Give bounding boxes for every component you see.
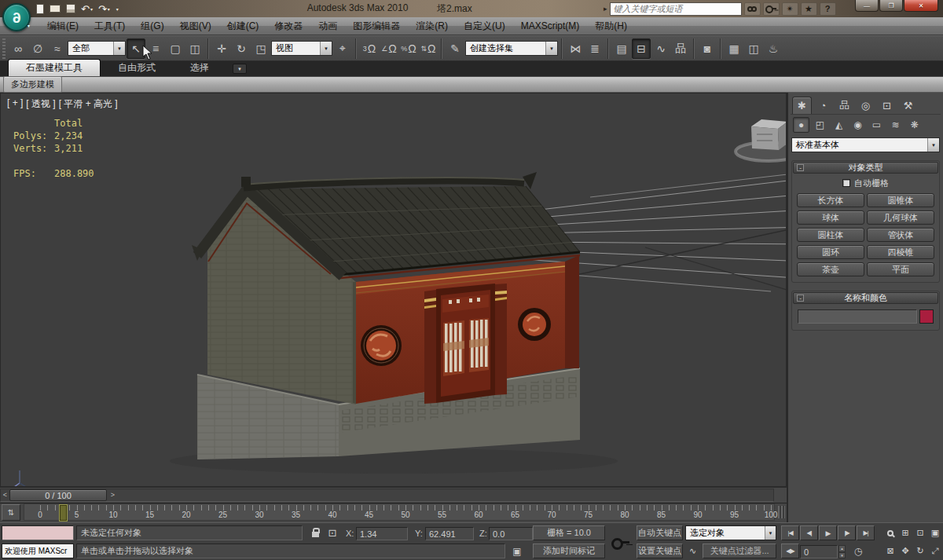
- category-lights[interactable]: ◭: [831, 117, 847, 133]
- zoom-button[interactable]: [883, 525, 897, 540]
- track-bar-end-grip[interactable]: [778, 506, 785, 518]
- menu-edit[interactable]: 编辑(E): [39, 17, 86, 35]
- z-coordinate-field[interactable]: [489, 527, 533, 540]
- redo-button[interactable]: ↷▾: [98, 2, 110, 15]
- primitive-category-dropdown[interactable]: 标准基本体 ▼: [791, 137, 940, 152]
- dropdown-arrow-icon[interactable]: ▼: [545, 42, 557, 55]
- tab-graphite-modeling-tools[interactable]: 石墨建模工具: [8, 59, 101, 76]
- selection-filter-dropdown[interactable]: 全部▼: [68, 41, 126, 56]
- favorites-button[interactable]: ★: [801, 2, 817, 16]
- cone-button[interactable]: 圆锥体: [867, 193, 934, 207]
- spinner-snap-button[interactable]: ⇅Ω: [419, 38, 438, 59]
- align-button[interactable]: ≣: [585, 38, 604, 59]
- orbit-button[interactable]: ↻: [913, 544, 927, 558]
- spin-down-icon[interactable]: ▾: [838, 552, 846, 559]
- zoom-region-button[interactable]: ⊠: [883, 544, 897, 558]
- default-in-out-tangents-button[interactable]: ∿: [685, 544, 700, 558]
- tab-modify[interactable]: ◔: [813, 97, 833, 114]
- minimize-button[interactable]: —: [855, 0, 879, 12]
- material-editor-button[interactable]: ◙: [698, 38, 717, 59]
- close-button[interactable]: ✕: [904, 0, 938, 12]
- geosphere-button[interactable]: 几何球体: [867, 210, 934, 225]
- isolate-cube-button[interactable]: ▣: [509, 544, 525, 558]
- menu-maxscript[interactable]: MAXScript(M): [513, 18, 588, 34]
- save-file-button[interactable]: [66, 2, 75, 15]
- frame-spinner[interactable]: ▴▾: [838, 545, 846, 558]
- spin-up-icon[interactable]: ▴: [838, 545, 846, 552]
- menu-animation[interactable]: 动画: [310, 17, 345, 35]
- render-setup-button[interactable]: ▦: [725, 38, 743, 59]
- tube-button[interactable]: 管状体: [867, 228, 934, 242]
- application-menu-button[interactable]: 6▾: [2, 3, 31, 31]
- menu-graph-editors[interactable]: 图形编辑器: [345, 17, 408, 35]
- new-file-button[interactable]: [36, 2, 44, 15]
- bind-spacewarp-button[interactable]: ≈: [48, 38, 67, 59]
- sphere-button[interactable]: 球体: [797, 210, 864, 225]
- time-configuration-button[interactable]: ◷: [850, 544, 866, 558]
- menu-views[interactable]: 视图(V): [172, 17, 219, 35]
- menu-rendering[interactable]: 渲染(R): [408, 17, 456, 35]
- set-key-button[interactable]: 设置关键点: [637, 544, 683, 558]
- tab-utilities[interactable]: ⚒: [898, 97, 918, 114]
- collapse-icon[interactable]: -: [797, 164, 804, 171]
- perspective-viewport[interactable]: [ + ] [ 透视 ] [ 平滑 + 高光 ] Total Polys:2,2…: [0, 93, 787, 487]
- key-selection-dropdown[interactable]: 选定对象▼: [685, 525, 776, 540]
- angle-snap-button[interactable]: ∠Ω: [380, 38, 398, 59]
- x-coordinate-field[interactable]: [356, 527, 408, 540]
- cylinder-button[interactable]: 圆柱体: [797, 228, 864, 242]
- edit-named-selections-button[interactable]: ✎: [446, 38, 464, 59]
- tab-selection[interactable]: 选择: [173, 60, 226, 76]
- dropdown-arrow-icon[interactable]: ▼: [113, 42, 125, 55]
- search-input[interactable]: [610, 2, 742, 16]
- box-button[interactable]: 长方体: [797, 193, 864, 207]
- menu-tools[interactable]: 工具(T): [86, 17, 133, 35]
- set-keys-button[interactable]: [608, 525, 633, 558]
- play-button[interactable]: ▶: [819, 525, 837, 540]
- category-systems[interactable]: ❋: [906, 117, 923, 133]
- qat-overflow-button[interactable]: ▾: [116, 2, 119, 15]
- communication-center-button[interactable]: ✴: [782, 2, 798, 16]
- dropdown-arrow-icon[interactable]: ▼: [927, 138, 939, 152]
- snap-toggle-button[interactable]: 3Ω: [360, 38, 379, 59]
- open-file-button[interactable]: [50, 2, 61, 15]
- maxscript-mini-listener-pink[interactable]: [2, 525, 74, 540]
- object-color-swatch[interactable]: [919, 309, 934, 324]
- percent-snap-button[interactable]: %Ω: [399, 38, 418, 59]
- tab-motion[interactable]: ◎: [856, 97, 875, 114]
- maxscript-mini-listener-white[interactable]: 欢迎使用 MAXScr: [2, 544, 74, 558]
- menu-group[interactable]: 组(G): [133, 17, 171, 35]
- selection-lock-toggle[interactable]: [308, 525, 322, 540]
- key-filters-button[interactable]: 关键点过滤器...: [703, 544, 776, 558]
- subscription-button[interactable]: [763, 2, 780, 16]
- schematic-view-button[interactable]: 品: [671, 38, 690, 59]
- object-type-header[interactable]: - 对象类型: [793, 162, 938, 174]
- current-frame-field[interactable]: [800, 545, 838, 558]
- name-color-header[interactable]: - 名称和颜色: [793, 292, 938, 304]
- select-link-button[interactable]: ∞: [9, 38, 28, 59]
- category-geometry[interactable]: ●: [793, 117, 809, 133]
- maximize-button[interactable]: ❐: [879, 0, 903, 12]
- zoom-extents-button[interactable]: ⊡: [913, 525, 927, 540]
- category-spacewarps[interactable]: ≋: [887, 117, 904, 133]
- next-frame-arrow[interactable]: >: [108, 489, 117, 501]
- mirror-button[interactable]: ⋈: [566, 38, 585, 59]
- go-to-start-button[interactable]: |◀: [781, 525, 799, 540]
- teapot-button[interactable]: 茶壶: [797, 262, 864, 276]
- collapse-icon[interactable]: -: [797, 295, 804, 302]
- viewcube[interactable]: [736, 119, 787, 161]
- autogrid-checkbox[interactable]: [842, 179, 850, 187]
- select-rotate-button[interactable]: ↻: [232, 38, 251, 59]
- menu-customize[interactable]: 自定义(U): [456, 17, 513, 35]
- dropdown-arrow-icon[interactable]: ▼: [320, 42, 332, 55]
- absolute-offset-toggle[interactable]: ⊡: [325, 525, 340, 540]
- infocenter-collapse-icon[interactable]: ▸: [604, 5, 607, 13]
- viewport-pov-menu[interactable]: [ 透视 ]: [26, 97, 55, 111]
- viewport-shading-menu[interactable]: [ 平滑 + 高光 ]: [59, 97, 118, 111]
- scene-3d[interactable]: [1, 93, 787, 487]
- plane-button[interactable]: 平面: [867, 262, 934, 276]
- curve-editor-button[interactable]: ∿: [651, 38, 670, 59]
- dropdown-arrow-icon[interactable]: ▼: [765, 526, 776, 540]
- pyramid-button[interactable]: 四棱锥: [867, 245, 934, 259]
- previous-frame-arrow[interactable]: <: [1, 489, 9, 501]
- category-shapes[interactable]: ◰: [812, 117, 828, 133]
